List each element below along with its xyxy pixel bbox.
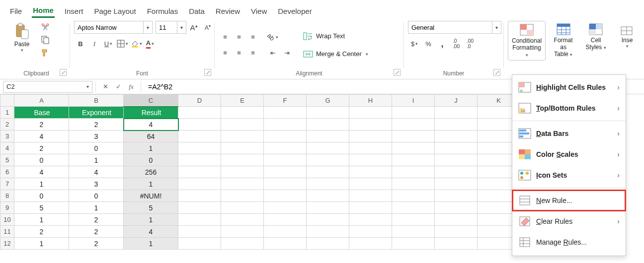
- cell[interactable]: [349, 107, 392, 119]
- cell-A5[interactable]: 0: [14, 154, 69, 166]
- cell-B5[interactable]: 1: [69, 154, 124, 166]
- cell[interactable]: [392, 131, 435, 142]
- number-launcher[interactable]: ⤢: [493, 69, 500, 76]
- cell[interactable]: [264, 202, 307, 214]
- cell[interactable]: [349, 142, 392, 154]
- cell[interactable]: [392, 226, 435, 238]
- cf-new-rule[interactable]: New Rule...: [512, 190, 626, 211]
- cell[interactable]: [221, 107, 264, 119]
- row-header-12[interactable]: 12: [0, 238, 14, 250]
- row-header-9[interactable]: 9: [0, 202, 14, 214]
- cell[interactable]: [221, 238, 264, 250]
- cell[interactable]: [392, 154, 435, 166]
- cell[interactable]: [178, 166, 221, 178]
- row-header-3[interactable]: 3: [0, 131, 14, 142]
- cell-A6[interactable]: 4: [14, 166, 69, 178]
- cf-color-scales[interactable]: Color Scales ›: [512, 144, 626, 165]
- cell[interactable]: [435, 107, 478, 119]
- tab-data[interactable]: Data: [188, 5, 206, 17]
- cell-A7[interactable]: 1: [14, 178, 69, 190]
- cell-C7[interactable]: 1: [124, 178, 178, 190]
- cell[interactable]: [392, 214, 435, 226]
- orientation-button[interactable]: ab: [266, 31, 279, 43]
- format-painter-button[interactable]: [39, 47, 52, 59]
- cell-B3[interactable]: 3: [69, 131, 124, 142]
- cell[interactable]: [178, 178, 221, 190]
- tab-file[interactable]: File: [9, 5, 23, 17]
- cell[interactable]: [178, 107, 221, 119]
- clipboard-launcher[interactable]: ⤢: [60, 69, 67, 76]
- cf-icon-sets[interactable]: Icon Sets ›: [512, 165, 626, 186]
- cell-C8[interactable]: #NUM!: [124, 190, 178, 202]
- cell[interactable]: [435, 119, 478, 131]
- cell-C11[interactable]: 4: [124, 226, 178, 238]
- col-header-G[interactable]: G: [307, 95, 349, 107]
- cell-A10[interactable]: 1: [14, 214, 69, 226]
- cell-B8[interactable]: 0: [69, 190, 124, 202]
- bold-button[interactable]: B: [74, 38, 87, 50]
- cell-C12[interactable]: 1: [124, 238, 178, 250]
- cell-styles-button[interactable]: Cell Styles ▾: [581, 21, 611, 53]
- cell[interactable]: [264, 190, 307, 202]
- cell-C9[interactable]: 5: [124, 202, 178, 214]
- col-header-B[interactable]: B: [69, 95, 124, 107]
- cf-highlight-cells-rules[interactable]: HHighlight Cells Rulesighlight Cells Rul…: [512, 77, 626, 98]
- align-bottom-button[interactable]: ≡: [246, 31, 259, 43]
- align-top-button[interactable]: ≡: [219, 31, 232, 43]
- decrease-indent-button[interactable]: ⇤: [266, 47, 279, 59]
- font-launcher[interactable]: ⤢: [204, 69, 211, 76]
- cell[interactable]: [178, 119, 221, 131]
- font-color-button[interactable]: A: [144, 38, 157, 50]
- cell[interactable]: [435, 238, 478, 250]
- cell-C6[interactable]: 256: [124, 166, 178, 178]
- align-left-button[interactable]: ≡: [219, 47, 232, 59]
- cell[interactable]: [178, 226, 221, 238]
- alignment-launcher[interactable]: ⤢: [394, 69, 401, 76]
- cell[interactable]: [349, 226, 392, 238]
- cell[interactable]: [178, 142, 221, 154]
- col-header-F[interactable]: F: [264, 95, 307, 107]
- cell[interactable]: [307, 154, 349, 166]
- cell[interactable]: [221, 166, 264, 178]
- increase-font-button[interactable]: A▴: [187, 21, 200, 33]
- cell[interactable]: [221, 119, 264, 131]
- cell[interactable]: [435, 154, 478, 166]
- cell-C4[interactable]: 1: [124, 142, 178, 154]
- cell[interactable]: [178, 154, 221, 166]
- name-box[interactable]: C2 ▾: [3, 81, 92, 93]
- cell[interactable]: [307, 119, 349, 131]
- cell[interactable]: [307, 107, 349, 119]
- cell[interactable]: [307, 190, 349, 202]
- col-header-I[interactable]: I: [392, 95, 435, 107]
- cell[interactable]: [349, 178, 392, 190]
- decrease-decimal-button[interactable]: .00.0: [464, 38, 477, 50]
- cell-B1[interactable]: Exponent: [69, 107, 124, 119]
- row-header-11[interactable]: 11: [0, 226, 14, 238]
- row-header-8[interactable]: 8: [0, 190, 14, 202]
- cell[interactable]: [221, 131, 264, 142]
- cell-A12[interactable]: 1: [14, 238, 69, 250]
- cell[interactable]: [307, 226, 349, 238]
- cell[interactable]: [178, 238, 221, 250]
- name-box-dropdown-icon[interactable]: ▾: [86, 84, 89, 89]
- cell[interactable]: [264, 154, 307, 166]
- row-header-2[interactable]: 2: [0, 119, 14, 131]
- cell[interactable]: [349, 166, 392, 178]
- cell-B9[interactable]: 1: [69, 202, 124, 214]
- cell-A9[interactable]: 5: [14, 202, 69, 214]
- cell[interactable]: [435, 214, 478, 226]
- cell[interactable]: [221, 190, 264, 202]
- col-header-J[interactable]: J: [435, 95, 478, 107]
- cut-button[interactable]: ✂️: [39, 21, 52, 33]
- cell-C2[interactable]: 4: [124, 119, 178, 131]
- row-header-5[interactable]: 5: [0, 154, 14, 166]
- col-header-A[interactable]: A: [14, 95, 69, 107]
- cell-B11[interactable]: 2: [69, 226, 124, 238]
- col-header-D[interactable]: D: [178, 95, 221, 107]
- row-header-6[interactable]: 6: [0, 166, 14, 178]
- number-format-input[interactable]: [408, 21, 492, 34]
- fill-color-button[interactable]: [130, 38, 143, 50]
- cell[interactable]: [349, 214, 392, 226]
- cell[interactable]: [264, 166, 307, 178]
- cell[interactable]: [392, 107, 435, 119]
